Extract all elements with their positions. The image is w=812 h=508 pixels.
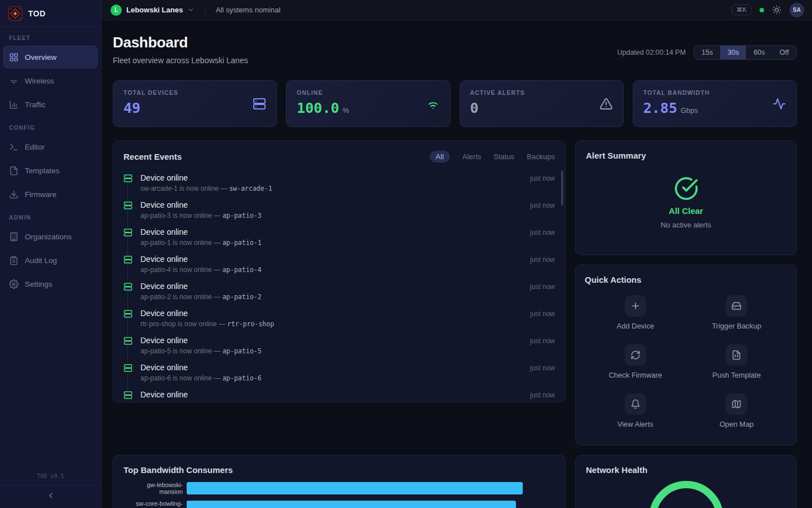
events-tab-status[interactable]: Status xyxy=(493,152,514,161)
stat-cards-row: TOTAL DEVICES49ONLINE100.0%ACTIVE ALERTS… xyxy=(113,80,797,127)
org-name: Lebowski Lanes xyxy=(126,6,183,14)
quick-action-icon-box xyxy=(625,295,646,317)
alert-summary-title: Alert Summary xyxy=(586,151,786,160)
event-time: just now xyxy=(530,202,555,209)
stat-value: 2.85 xyxy=(643,100,677,116)
grid-icon xyxy=(9,52,19,62)
quick-action-push-template[interactable]: Push Template xyxy=(686,344,788,379)
org-switcher[interactable]: L Lebowski Lanes xyxy=(111,5,195,16)
event-list-item: Device onlinejust nowrtr-pro-shop is now… xyxy=(123,306,555,333)
quick-action-label: Push Template xyxy=(712,371,761,379)
bandwidth-bar xyxy=(187,482,523,494)
stat-card-total-devices: TOTAL DEVICES49 xyxy=(113,80,277,127)
quick-action-open-map[interactable]: Open Map xyxy=(686,393,788,428)
server-icon xyxy=(123,391,133,400)
event-description: ap-patio-3 is now online — ap-patio-3 xyxy=(140,212,555,220)
terminal-icon xyxy=(9,142,19,152)
sidebar-item-organizations[interactable]: Organizations xyxy=(3,225,98,248)
stat-value: 100.0 xyxy=(297,100,339,116)
sidebar-collapse-button[interactable] xyxy=(0,485,101,506)
server-icon xyxy=(123,228,133,237)
events-scrollbar-thumb[interactable] xyxy=(561,170,563,205)
main-content: Dashboard Fleet overview across Lebowski… xyxy=(102,20,812,508)
clipboard-icon xyxy=(9,256,19,265)
sidebar-item-templates[interactable]: Templates xyxy=(3,159,98,182)
sidebar-item-editor[interactable]: Editor xyxy=(3,135,98,158)
stat-label: ONLINE xyxy=(297,89,439,96)
event-description: ap-patio-4 is now online — ap-patio-4 xyxy=(140,266,555,274)
sidebar-item-settings[interactable]: Settings xyxy=(3,273,98,295)
app-logo-row: TOD xyxy=(0,0,101,27)
event-device-name: ap-patio-5 xyxy=(222,347,261,355)
sidebar-item-label: Audit Log xyxy=(25,256,57,265)
stat-value-row: 2.85Gbps xyxy=(643,100,786,116)
stat-label: TOTAL BANDWIDTH xyxy=(643,89,786,96)
event-list-item: Device onlinejust nowap-patio-3 is now o… xyxy=(123,198,555,225)
event-title: Device online xyxy=(140,200,188,209)
event-row: Device onlinejust now xyxy=(140,252,555,264)
event-title: Device online xyxy=(140,255,188,264)
event-description: ap-patio-6 is now online — ap-patio-6 xyxy=(140,374,555,382)
refresh-option-30s[interactable]: 30s xyxy=(720,46,746,59)
download-icon xyxy=(9,190,19,199)
sidebar-item-label: Editor xyxy=(25,143,45,151)
event-row: Device onlinejust now xyxy=(140,279,555,291)
quick-action-view-alerts[interactable]: View Alerts xyxy=(585,393,686,428)
quick-action-add-device[interactable]: Add Device xyxy=(585,295,686,330)
stat-value-row: 0 xyxy=(470,100,613,116)
user-avatar[interactable]: SA xyxy=(789,3,804,17)
hard-drive-icon xyxy=(731,301,742,311)
sidebar-item-label: Traffic xyxy=(25,100,46,109)
events-tab-alerts[interactable]: Alerts xyxy=(462,152,481,161)
bandwidth-bar-row: gw-lebowski-mansion xyxy=(123,482,555,494)
quick-action-icon-box xyxy=(726,295,747,317)
event-device-name: sw-arcade-1 xyxy=(229,185,272,192)
sidebar-item-overview[interactable]: Overview xyxy=(3,46,98,68)
quick-actions-card: Quick Actions Add DeviceTrigger BackupCh… xyxy=(575,265,797,445)
sidebar-footer: TOD v9.5 xyxy=(0,468,101,508)
bandwidth-bar xyxy=(187,501,516,508)
event-title: Device online xyxy=(140,363,188,372)
server-icon xyxy=(123,174,133,183)
event-row: Device onlinejust now xyxy=(140,360,555,372)
sidebar-item-audit-log[interactable]: Audit Log xyxy=(3,249,98,271)
network-health-card: Network Health 100 xyxy=(575,455,797,508)
sidebar-item-firmware[interactable]: Firmware xyxy=(3,183,98,205)
event-title: Device online xyxy=(140,336,188,345)
sidebar-item-label: Wireless xyxy=(25,77,54,85)
sidebar: TOD FLEETOverviewWirelessTrafficCONFIGEd… xyxy=(0,0,102,508)
quick-action-icon-box xyxy=(625,344,646,366)
server-icon xyxy=(123,364,133,373)
event-list-item: Device onlinejust nowap-patio-4 is now o… xyxy=(123,252,555,279)
quick-action-check-firmware[interactable]: Check Firmware xyxy=(585,344,686,379)
sidebar-item-label: Settings xyxy=(25,280,52,288)
refresh-option-60s[interactable]: 60s xyxy=(746,46,772,59)
event-device-name: rtr-pro-shop xyxy=(227,320,274,328)
sun-icon[interactable] xyxy=(772,5,782,15)
nav-section-label: FLEET xyxy=(0,35,101,41)
event-list-item: Device onlinejust now xyxy=(123,387,555,402)
server-icon xyxy=(123,309,133,318)
quick-action-label: View Alerts xyxy=(617,420,654,428)
event-time: just now xyxy=(530,256,555,264)
command-palette-shortcut[interactable]: ⌘K xyxy=(731,5,752,15)
event-row: Device onlinejust now xyxy=(140,225,555,237)
page-title: Dashboard xyxy=(113,34,248,51)
quick-action-label: Open Map xyxy=(720,420,754,428)
refresh-option-off[interactable]: Off xyxy=(773,46,796,59)
events-filter-tabs: AllAlertsStatusBackups xyxy=(430,151,555,163)
sidebar-item-wireless[interactable]: Wireless xyxy=(3,69,98,92)
quick-action-trigger-backup[interactable]: Trigger Backup xyxy=(686,295,788,330)
refresh-option-15s[interactable]: 15s xyxy=(694,46,720,59)
events-tab-all[interactable]: All xyxy=(430,151,450,163)
sidebar-item-traffic[interactable]: Traffic xyxy=(3,93,98,116)
recent-events-title: Recent Events xyxy=(123,152,182,161)
events-tab-backups[interactable]: Backups xyxy=(527,152,555,161)
building-icon xyxy=(9,232,19,242)
stat-card-total-bandwidth: TOTAL BANDWIDTH2.85Gbps xyxy=(633,80,797,127)
bell-icon xyxy=(630,399,641,409)
sidebar-item-label: Templates xyxy=(25,167,60,175)
event-time: just now xyxy=(530,364,555,372)
wifi-icon xyxy=(426,97,440,111)
org-avatar: L xyxy=(111,5,122,16)
